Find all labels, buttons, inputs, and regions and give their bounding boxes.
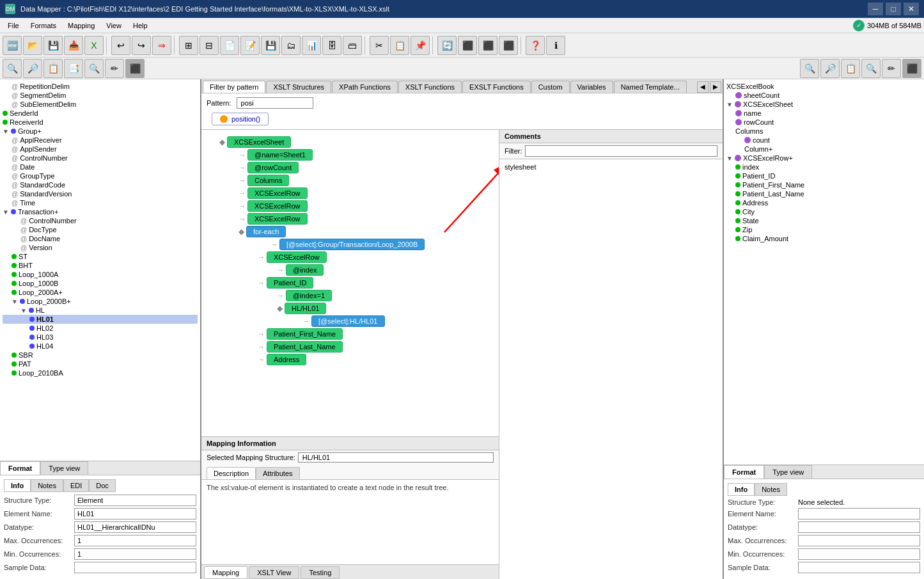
map-node-xcsexcelrow-main[interactable]: → XCSExcelRow xyxy=(207,251,494,263)
tb2-btn-2[interactable]: 🔎 xyxy=(23,59,42,78)
right-format-tab[interactable]: Format xyxy=(724,465,764,479)
right-element-name-field[interactable] xyxy=(798,508,920,520)
menu-view[interactable]: View xyxy=(101,20,127,31)
left-info-tab[interactable]: Info xyxy=(4,479,31,492)
tb-btn-12[interactable]: ⬛ xyxy=(478,36,497,55)
tab-xslt-structures[interactable]: XSLT Structures xyxy=(266,81,331,93)
left-format-tab[interactable]: Format xyxy=(0,461,40,475)
save-as-button[interactable]: 📥 xyxy=(64,36,83,55)
map-node-xcsexcelrow-2[interactable]: → XCSExcelRow xyxy=(207,200,494,212)
tree-item-standardcode[interactable]: @ StandardCode xyxy=(3,180,198,189)
minimize-button[interactable]: ─ xyxy=(868,3,883,15)
help-button[interactable]: ❓ xyxy=(526,36,545,55)
tree-item-sbr[interactable]: SBR xyxy=(3,351,198,360)
map-node-patient-firstname[interactable]: → Patient_First_Name xyxy=(207,328,494,340)
left-notes-tab[interactable]: Notes xyxy=(31,479,63,492)
tree-item-hl03[interactable]: HL03 xyxy=(3,333,198,342)
left-typeview-tab[interactable]: Type view xyxy=(40,461,88,475)
right-tree-patient-id[interactable]: Patient_ID xyxy=(726,171,921,180)
tree-item-loop1000b[interactable]: Loop_1000B xyxy=(3,279,198,288)
tab-xpath-functions[interactable]: XPath Functions xyxy=(332,81,398,93)
tb2-btn-1[interactable]: 🔍 xyxy=(3,59,22,78)
map-node-index1[interactable]: → @index=1 xyxy=(207,290,494,301)
tree-item-st[interactable]: ST xyxy=(3,252,198,261)
tab-xslt-functions[interactable]: XSLT Functions xyxy=(398,81,462,93)
pattern-input[interactable] xyxy=(237,97,313,109)
right-tb-1[interactable]: 🔍 xyxy=(800,59,819,78)
tree-item-loop2000a[interactable]: Loop_2000A+ xyxy=(3,288,198,297)
tab-prev-button[interactable]: ◀ xyxy=(697,81,709,93)
tree-item-date[interactable]: @ Date xyxy=(3,163,198,171)
right-tree-address[interactable]: Address xyxy=(726,198,921,207)
tree-item-loop2000b[interactable]: ▼ Loop_2000B+ xyxy=(3,297,198,306)
right-tb-6[interactable]: ⬛ xyxy=(902,59,921,78)
selected-mapping-field[interactable] xyxy=(298,452,494,463)
tb-btn-7[interactable]: 📊 xyxy=(302,36,321,55)
tree-item-loop2010ba[interactable]: Loop_2010BA xyxy=(3,369,198,377)
btab-xslt-view[interactable]: XSLT View xyxy=(249,566,299,579)
tb-btn-4[interactable]: 📝 xyxy=(240,36,260,55)
tree-item-repetitiondelim[interactable]: @ RepetitionDelim xyxy=(3,82,198,91)
left-edi-tab[interactable]: EDI xyxy=(63,479,89,492)
tab-next-button[interactable]: ▶ xyxy=(710,81,721,93)
right-tree-sheetcount[interactable]: sheetCount xyxy=(726,91,921,100)
undo-button[interactable]: ↩ xyxy=(111,36,130,55)
right-tree-xcselbook[interactable]: XCSExcelBook xyxy=(726,82,921,91)
max-occurrences-field[interactable] xyxy=(74,535,196,546)
map-node-patient-lastname[interactable]: → Patient_Last_Name xyxy=(207,341,494,353)
sample-data-field[interactable] xyxy=(74,562,196,573)
left-doc-tab[interactable]: Doc xyxy=(89,479,116,492)
tb-btn-5[interactable]: 💾 xyxy=(261,36,280,55)
tb-btn-9[interactable]: 🗃 xyxy=(343,36,362,55)
tb2-btn-6[interactable]: ✏ xyxy=(105,59,124,78)
right-tb-4[interactable]: 🔍 xyxy=(861,59,881,78)
right-tree-state[interactable]: State xyxy=(726,216,921,225)
tree-item-applreceiver[interactable]: @ ApplReceiver xyxy=(3,136,198,145)
tree-item-hl04[interactable]: HL04 xyxy=(3,342,198,351)
menu-help[interactable]: Help xyxy=(128,20,153,31)
map-node-name[interactable]: → @name=Sheet1 xyxy=(207,149,494,161)
tree-item-controlnumber[interactable]: @ ControlNumber xyxy=(3,154,198,163)
tb-btn-13[interactable]: ⬛ xyxy=(499,36,518,55)
map-node-foreach[interactable]: ◆ for-each xyxy=(207,226,494,237)
map-node-select-group[interactable]: → [@select]:Group/Transaction/Loop_2000B xyxy=(207,239,494,250)
right-tree-zip[interactable]: Zip xyxy=(726,225,921,234)
tree-item-hl01[interactable]: HL01 xyxy=(3,315,198,324)
paste-button[interactable]: 📌 xyxy=(411,36,430,55)
right-tb-2[interactable]: 🔎 xyxy=(820,59,840,78)
tb2-btn-4[interactable]: 📑 xyxy=(64,59,83,78)
map-node-patient-id[interactable]: → Patient_ID xyxy=(207,277,494,289)
right-tree-city[interactable]: City xyxy=(726,207,921,216)
right-tree-column-plus[interactable]: Column+ xyxy=(726,145,921,154)
right-tree-xcsexcelrow[interactable]: ▼ XCSExcelRow+ xyxy=(726,154,921,163)
right-tree-xcselsheet[interactable]: ▼ XCSExcelSheet xyxy=(726,100,921,109)
right-tree-name[interactable]: name xyxy=(726,109,921,118)
map-node-hlhl01[interactable]: ◆ HL/HL01 xyxy=(207,303,494,314)
save-button[interactable]: 💾 xyxy=(43,36,63,55)
right-typeview-tab[interactable]: Type view xyxy=(764,465,812,479)
right-datatype-field[interactable] xyxy=(798,521,920,533)
right-tree-rowcount[interactable]: rowCount xyxy=(726,118,921,127)
tb2-btn-3[interactable]: 📋 xyxy=(43,59,63,78)
right-tree-count[interactable]: count xyxy=(726,136,921,145)
right-info-tab[interactable]: Info xyxy=(728,483,755,496)
menu-formats[interactable]: Formats xyxy=(26,20,61,31)
tb2-btn-5[interactable]: 🔍 xyxy=(84,59,104,78)
tb-btn-8[interactable]: 🗄 xyxy=(322,36,341,55)
tree-item-doctype[interactable]: @ DocType xyxy=(3,225,198,234)
tree-item-loop1000a[interactable]: Loop_1000A xyxy=(3,270,198,279)
mst-attributes[interactable]: Attributes xyxy=(256,467,299,479)
tree-item-group[interactable]: ▼ Group+ xyxy=(3,127,198,136)
tree-item-hl[interactable]: ▼ HL xyxy=(3,306,198,315)
tab-named-template[interactable]: Named Template... xyxy=(614,81,687,93)
run-button[interactable]: ⇒ xyxy=(152,36,171,55)
map-node-xcsexcelrow-3[interactable]: → XCSExcelRow xyxy=(207,213,494,225)
right-max-occurrences-field[interactable] xyxy=(798,535,920,546)
tree-item-subelementdelim[interactable]: @ SubElementDelim xyxy=(3,100,198,109)
map-node-xcselsheet[interactable]: ◆ XCSExcelSheet xyxy=(207,136,494,148)
tb-btn-1[interactable]: ⊞ xyxy=(179,36,198,55)
right-tree-index[interactable]: index xyxy=(726,163,921,171)
tree-item-time[interactable]: @ Time xyxy=(3,198,198,207)
map-node-select-hlhl01[interactable]: → [@select]:HL/HL01 xyxy=(207,315,494,327)
min-occurrences-field[interactable] xyxy=(74,548,196,560)
